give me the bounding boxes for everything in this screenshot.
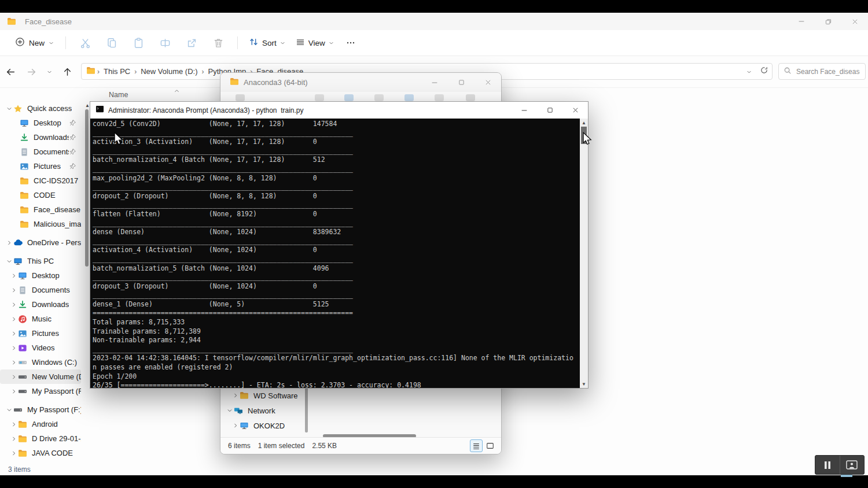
paste-button[interactable] xyxy=(125,33,152,53)
share-button[interactable] xyxy=(178,33,205,53)
terminal-line: ========================================… xyxy=(93,309,580,318)
scrollbar-thumb[interactable] xyxy=(85,109,89,267)
chevron-right-icon[interactable] xyxy=(9,302,18,308)
breadcrumb-new-volume-d[interactable]: New Volume (D:) xyxy=(138,67,200,76)
search-input[interactable] xyxy=(795,67,861,76)
chevron-right-icon[interactable] xyxy=(9,374,18,380)
address-dropdown-chevron[interactable] xyxy=(746,66,752,77)
chevron-down-icon[interactable] xyxy=(5,407,13,413)
tree-item-okok2d[interactable]: OKOK2D xyxy=(220,418,304,433)
terminal-line: dense (Dense) (None, 1024) 8389632 xyxy=(93,228,580,237)
terminal-line: Epoch 1/200 xyxy=(93,372,580,382)
forward-button[interactable] xyxy=(21,62,42,81)
tree-item-network[interactable]: Network xyxy=(220,403,304,418)
sidebar-item-windows-c[interactable]: Windows (C:) xyxy=(0,355,81,369)
sidebar-item-desktop[interactable]: Desktop xyxy=(0,268,81,283)
new-button[interactable]: New xyxy=(9,34,60,52)
column-header-name[interactable]: Name xyxy=(109,91,128,99)
cut-button[interactable] xyxy=(72,33,98,53)
chevron-right-icon[interactable] xyxy=(9,389,18,394)
sidebar-item-new-volume-d[interactable]: New Volume (D:) xyxy=(0,369,81,384)
anaconda-prompt-window: Administrator: Anaconda Prompt (Anaconda… xyxy=(90,101,589,389)
chevron-down-icon[interactable] xyxy=(5,106,13,112)
scroll-up-arrow-icon[interactable]: ▲ xyxy=(580,119,588,127)
sidebar-item-malicious-images[interactable]: Malicious_images xyxy=(0,217,81,231)
breadcrumb-this-pc[interactable]: This PC xyxy=(101,67,133,76)
maximize-button[interactable] xyxy=(537,102,562,119)
webcam-toggle-button[interactable] xyxy=(840,456,865,474)
pause-recording-button[interactable] xyxy=(815,456,840,474)
sidebar-item-downloads[interactable]: Downloads xyxy=(0,297,81,312)
sort-button[interactable]: Sort xyxy=(244,34,290,52)
sidebar-item-desktop[interactable]: Desktop xyxy=(0,116,81,130)
search-box[interactable] xyxy=(778,63,866,80)
folder-icon xyxy=(18,449,28,458)
downloads-icon xyxy=(18,300,28,309)
large-icons-view-button[interactable] xyxy=(484,439,496,452)
sidebar-item-label: New Volume (D:) xyxy=(32,372,81,381)
sidebar-item-multimedia-video[interactable]: Multimedia Video xyxy=(0,460,81,463)
sidebar-item-cic-ids2017[interactable]: CIC-IDS2017 xyxy=(0,173,81,188)
chevron-right-icon[interactable] xyxy=(9,450,18,456)
close-button[interactable] xyxy=(562,102,588,119)
recent-locations-chevron[interactable] xyxy=(42,62,57,81)
minimize-button[interactable] xyxy=(421,73,448,92)
chevron-right-icon[interactable] xyxy=(9,360,18,365)
sidebar-item-documents[interactable]: Documents xyxy=(0,145,81,159)
star-icon xyxy=(13,104,23,113)
terminal-line: flatten (Flatten) (None, 8192) 0 xyxy=(93,210,580,219)
terminal-scrollbar[interactable]: ▲ ▼ xyxy=(580,119,588,388)
chevron-right-icon[interactable] xyxy=(9,422,18,427)
sidebar-item-java-code[interactable]: JAVA CODE xyxy=(0,446,81,460)
close-button[interactable] xyxy=(841,13,868,30)
sidebar-item-face-disease[interactable]: Face_disease xyxy=(0,202,81,217)
minimize-button[interactable] xyxy=(512,102,537,119)
chevron-right-icon[interactable] xyxy=(231,423,240,428)
chevron-right-icon[interactable] xyxy=(5,240,13,246)
chevron-right-icon[interactable] xyxy=(231,393,240,398)
chevron-down-icon[interactable] xyxy=(5,258,13,264)
back-button[interactable] xyxy=(0,62,21,81)
sidebar-item-pictures[interactable]: Pictures xyxy=(0,159,81,173)
sidebar-item-label: Pictures xyxy=(32,329,59,338)
delete-button[interactable] xyxy=(205,33,231,53)
sidebar-item-pictures[interactable]: Pictures xyxy=(0,326,81,341)
restore-button[interactable] xyxy=(815,13,841,30)
sidebar-item-android[interactable]: Android xyxy=(0,417,81,431)
copy-button[interactable] xyxy=(98,33,125,53)
sidebar-item-my-passport-f[interactable]: My Passport (F:) xyxy=(0,384,81,398)
chevron-right-icon[interactable] xyxy=(9,287,18,293)
sidebar-item-this-pc[interactable]: This PC xyxy=(0,254,81,268)
refresh-icon[interactable] xyxy=(760,66,768,77)
chevron-right-icon[interactable] xyxy=(9,316,18,322)
maximize-button[interactable] xyxy=(448,73,475,92)
view-button[interactable]: View xyxy=(290,34,339,52)
sidebar-item-documents[interactable]: Documents xyxy=(0,283,81,297)
sidebar-item-onedrive-persona[interactable]: OneDrive - Persona xyxy=(0,235,81,250)
sidebar-item-d-drive-29-01-20[interactable]: D Drive 29-01-20 xyxy=(0,431,81,446)
terminal-line: ________________________________________… xyxy=(93,291,580,300)
minimize-button[interactable] xyxy=(788,13,815,30)
chevron-right-icon[interactable] xyxy=(9,331,18,337)
sidebar-item-label: Quick access xyxy=(27,104,72,113)
scroll-down-arrow-icon[interactable]: ▼ xyxy=(580,380,588,388)
sidebar-item-code[interactable]: CODE xyxy=(0,188,81,202)
sidebar-item-music[interactable]: Music xyxy=(0,312,81,326)
chevron-right-icon[interactable] xyxy=(9,436,18,442)
rename-button[interactable] xyxy=(152,33,178,53)
details-view-button[interactable] xyxy=(470,439,483,452)
terminal-output: conv2d_5 (Conv2D) (None, 17, 17, 128) 14… xyxy=(90,119,580,388)
up-button[interactable] xyxy=(57,62,78,81)
close-button[interactable] xyxy=(475,73,501,92)
chevron-right-icon[interactable] xyxy=(9,345,18,351)
tree-item-wd-software[interactable]: WD Software xyxy=(220,388,304,403)
sidebar-item-downloads[interactable]: Downloads xyxy=(0,130,81,145)
person-camera-icon xyxy=(846,460,858,469)
sidebar-item-my-passport-f[interactable]: My Passport (F:) xyxy=(0,402,81,417)
terminal-line: ________________________________________… xyxy=(93,183,580,192)
more-options-button[interactable] xyxy=(339,33,362,53)
sidebar-item-videos[interactable]: Videos xyxy=(0,341,81,355)
sidebar-item-quick-access[interactable]: Quick access xyxy=(0,101,81,116)
chevron-down-icon[interactable] xyxy=(225,408,234,413)
chevron-right-icon[interactable] xyxy=(9,273,18,279)
